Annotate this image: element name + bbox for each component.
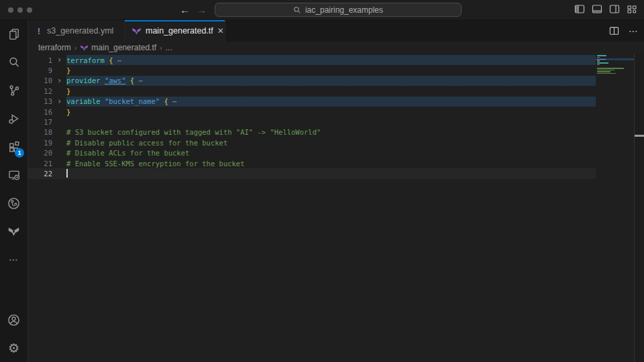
code-token: # Enable SSE-KMS encryption for the buck… bbox=[66, 160, 245, 168]
sidebar-item-explorer[interactable] bbox=[0, 20, 28, 48]
breadcrumb-folder[interactable]: terraform bbox=[38, 43, 71, 52]
code-token: } bbox=[66, 87, 70, 95]
line-number: 10 bbox=[28, 76, 52, 84]
forward-arrow-icon[interactable]: → bbox=[197, 3, 207, 17]
customize-layout-icon[interactable] bbox=[627, 4, 637, 14]
terraform-file-icon bbox=[131, 26, 142, 36]
minimap-mark bbox=[597, 70, 614, 71]
vscode-window: ← → iac_pairing_examples bbox=[0, 0, 644, 362]
line-number: 9 bbox=[28, 66, 52, 74]
minimap-mark bbox=[597, 71, 610, 72]
editor: 1›terraform { ⋯9}10›provider "aws" { ⋯12… bbox=[28, 54, 644, 362]
tab-s3-generated-yml[interactable]: ! s3_generated.yml bbox=[28, 20, 125, 42]
command-center-search[interactable]: iac_pairing_examples bbox=[215, 3, 462, 17]
line-number: 22 bbox=[28, 170, 52, 178]
code-token: ⋯ bbox=[113, 56, 122, 64]
sidebar-item-more[interactable]: ⋯ bbox=[0, 245, 28, 274]
minimize-window-button[interactable] bbox=[17, 7, 23, 13]
code-token: terraform bbox=[66, 56, 109, 64]
code-line[interactable]: 1›terraform { ⋯ bbox=[28, 55, 596, 65]
chevron-right-icon: › bbox=[74, 44, 77, 52]
explorer-files-icon bbox=[8, 28, 20, 40]
code-token: } bbox=[66, 66, 70, 74]
sidebar-item-settings[interactable]: ⚙ bbox=[0, 334, 28, 362]
code-line[interactable]: 12} bbox=[28, 86, 596, 96]
tab-bar: ! s3_generated.yml main_generated.tf ✕ bbox=[28, 20, 644, 42]
code-line[interactable]: 9} bbox=[28, 65, 596, 75]
code-line[interactable]: 20# Disable ACLs for the bucket bbox=[28, 148, 596, 158]
code-token: # S3 bucket configured with tagged with … bbox=[66, 128, 321, 136]
editor-more-actions-icon[interactable]: ⋯ bbox=[629, 25, 639, 36]
minimap-mark bbox=[597, 62, 608, 64]
window-controls bbox=[8, 7, 32, 13]
sidebar-item-remote-explorer[interactable] bbox=[0, 161, 28, 189]
sidebar-item-gitlens[interactable] bbox=[0, 189, 28, 217]
line-number: 13 bbox=[28, 97, 52, 105]
code-line[interactable]: 13›variable "bucket_name" { ⋯ bbox=[28, 97, 596, 107]
sidebar-item-extensions[interactable]: 1 bbox=[0, 133, 28, 161]
split-editor-icon[interactable] bbox=[609, 26, 619, 36]
overview-ruler-scrollbar[interactable] bbox=[634, 54, 644, 362]
code-line[interactable]: 19# Disable public access for the bucket bbox=[28, 137, 596, 147]
code-token: ⋯ bbox=[134, 76, 143, 84]
code-line[interactable]: 22 bbox=[28, 168, 596, 178]
code-token: provider bbox=[66, 76, 105, 84]
code-line[interactable]: 10›provider "aws" { ⋯ bbox=[28, 76, 596, 86]
line-number: 19 bbox=[28, 139, 52, 147]
breadcrumb-symbol[interactable]: ... bbox=[166, 43, 172, 52]
minimap-mark bbox=[597, 60, 600, 62]
line-number: 12 bbox=[28, 87, 52, 95]
code-token: variable bbox=[66, 97, 105, 105]
tab-label: s3_generated.yml bbox=[47, 26, 113, 36]
yaml-file-icon: ! bbox=[35, 26, 43, 36]
minimap-mark bbox=[597, 68, 624, 69]
toggle-sidebar-icon[interactable] bbox=[574, 4, 585, 14]
back-arrow-icon[interactable]: ← bbox=[180, 3, 190, 17]
minimap-mark bbox=[597, 64, 600, 66]
search-sidebar-icon bbox=[8, 56, 20, 68]
toggle-secondary-sidebar-icon[interactable] bbox=[609, 4, 620, 14]
overview-ruler-mark bbox=[635, 135, 644, 137]
line-number: 18 bbox=[28, 128, 52, 136]
sidebar-item-source-control[interactable] bbox=[0, 76, 28, 105]
search-icon bbox=[293, 6, 301, 14]
zoom-window-button[interactable] bbox=[27, 7, 32, 13]
activity-bar: 1 bbox=[0, 20, 28, 362]
close-tab-icon[interactable]: ✕ bbox=[217, 26, 224, 36]
line-number: 1 bbox=[28, 56, 52, 64]
breadcrumb-file-label: main_generated.tf bbox=[91, 43, 156, 52]
fold-chevron-icon[interactable]: › bbox=[52, 76, 66, 86]
minimap-mark bbox=[597, 73, 616, 74]
sidebar-item-terraform[interactable] bbox=[0, 217, 28, 245]
more-icon: ⋯ bbox=[9, 254, 19, 265]
minimap-mark bbox=[597, 57, 600, 58]
breadcrumb: terraform › main_generated.tf › ... bbox=[28, 42, 644, 54]
chevron-right-icon: › bbox=[160, 44, 162, 52]
breadcrumb-file[interactable]: main_generated.tf bbox=[80, 43, 156, 52]
close-window-button[interactable] bbox=[8, 7, 13, 13]
sidebar-item-run-debug[interactable] bbox=[0, 105, 28, 133]
code-token: # Disable public access for the bucket bbox=[66, 139, 227, 147]
code-line[interactable]: 17 bbox=[28, 117, 596, 127]
code-content[interactable]: 1›terraform { ⋯9}10›provider "aws" { ⋯12… bbox=[28, 54, 596, 362]
run-debug-icon bbox=[8, 113, 20, 125]
code-line[interactable]: 18# S3 bucket configured with tagged wit… bbox=[28, 127, 596, 137]
sidebar-item-accounts[interactable] bbox=[0, 306, 28, 334]
code-token: } bbox=[66, 108, 70, 116]
code-token: ⋯ bbox=[168, 97, 177, 105]
tab-main-generated-tf[interactable]: main_generated.tf ✕ bbox=[125, 20, 225, 42]
minimap[interactable] bbox=[596, 54, 634, 362]
line-number: 21 bbox=[28, 160, 52, 168]
sidebar-item-search[interactable] bbox=[0, 48, 28, 76]
title-bar: ← → iac_pairing_examples bbox=[0, 0, 644, 20]
remote-explorer-icon bbox=[8, 169, 20, 181]
code-line[interactable]: 16} bbox=[28, 107, 596, 117]
gitlens-icon bbox=[7, 197, 20, 210]
line-number: 17 bbox=[28, 118, 52, 126]
tab-label: main_generated.tf bbox=[146, 26, 213, 36]
fold-chevron-icon[interactable]: › bbox=[52, 97, 66, 107]
fold-chevron-icon[interactable]: › bbox=[52, 55, 66, 65]
toggle-panel-icon[interactable] bbox=[592, 4, 602, 14]
code-line[interactable]: 21# Enable SSE-KMS encryption for the bu… bbox=[28, 158, 596, 168]
code-token: # Disable ACLs for the bucket bbox=[66, 149, 189, 157]
